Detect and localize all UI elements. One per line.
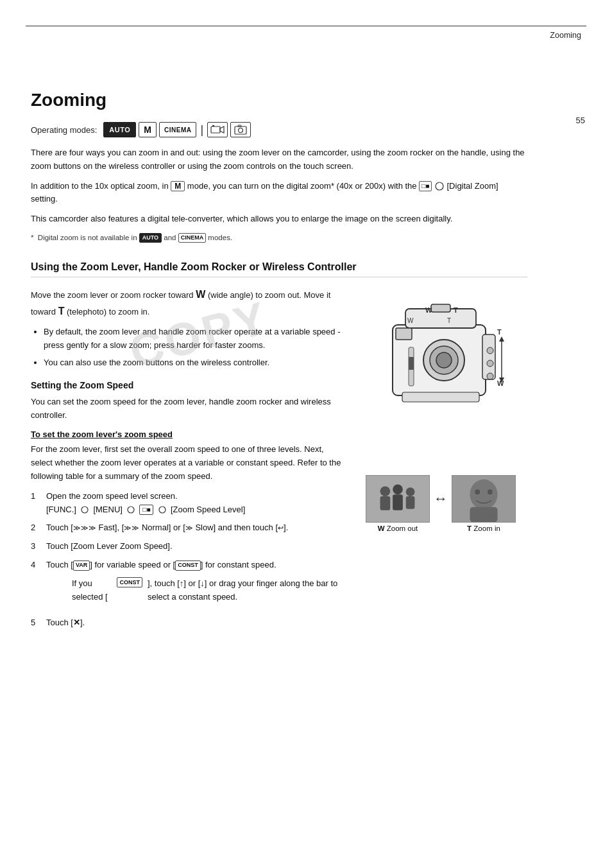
step-5-content: Touch [✕].: [46, 616, 85, 630]
page-title: Zooming: [31, 90, 527, 110]
intro-text-2: In addition to the 10x optical zoom, in …: [31, 180, 527, 207]
page-number: 55: [576, 116, 585, 125]
svg-rect-2: [212, 125, 214, 126]
svg-point-44: [488, 490, 493, 495]
step-4-sub-1: If you selected [CONST], touch [↑] or [↓…: [72, 577, 341, 604]
header-section-title: Zooming: [550, 31, 581, 40]
svg-point-43: [475, 490, 480, 495]
text-column: Move the zoom lever or zoom rocker towar…: [31, 286, 341, 635]
step-4: 4 Touch [VAR] for variable speed or [CON…: [31, 559, 341, 611]
svg-rect-20: [402, 392, 479, 402]
zoom-out-label: W Zoom out: [378, 525, 418, 532]
svg-text:T: T: [497, 328, 502, 336]
zoom-in-label: T Zoom in: [467, 525, 500, 532]
mode-divider: |: [200, 123, 203, 137]
svg-rect-35: [380, 496, 391, 510]
svg-rect-27: [409, 357, 414, 370]
svg-point-34: [380, 487, 391, 497]
camera-mode-badge: [230, 122, 251, 137]
zoom-photos-row: W Zoom out ↔: [366, 475, 516, 532]
step-3-content: Touch [Zoom Lever Zoom Speed].: [46, 540, 173, 553]
section-title: Using the Zoom Lever, Handle Zoom Rocker…: [31, 261, 527, 277]
zoom-out-photo-item: W Zoom out: [366, 475, 430, 532]
step-5: 5 Touch [✕].: [31, 616, 341, 630]
svg-rect-19: [482, 334, 495, 379]
zoom-speed-intro: You can set the zoom speed for the zoom …: [31, 395, 341, 422]
two-col-layout: Move the zoom lever or zoom rocker towar…: [31, 286, 527, 635]
svg-point-30: [487, 373, 493, 379]
step-4-subbullet: If you selected [CONST], touch [↑] or [↓…: [59, 577, 341, 604]
zoom-in-photo: [452, 475, 516, 523]
svg-point-36: [393, 485, 403, 495]
svg-rect-39: [406, 496, 415, 509]
step-2: 2 Touch [≫≫≫ Fast], [≫≫ Normal] or [≫ Sl…: [31, 521, 341, 535]
m-mode-badge: M: [139, 122, 157, 137]
svg-rect-42: [470, 507, 497, 523]
zoom-speed-desc: For the zoom lever, first set the overal…: [31, 443, 341, 483]
top-rule: [26, 26, 586, 26]
step-3: 3 Touch [Zoom Lever Zoom Speed].: [31, 540, 341, 553]
page-content: Zooming Operating modes: AUTO M CINEMA |: [0, 0, 558, 661]
svg-point-6: [436, 182, 443, 190]
svg-text:T: T: [454, 306, 458, 314]
step-5-num: 5: [31, 616, 41, 630]
svg-rect-5: [238, 125, 241, 127]
camcorder-mode-badge: [207, 122, 228, 137]
camcorder-illustration: W T T W: [357, 286, 524, 466]
step-4-num: 4: [31, 559, 41, 611]
step-4-content: Touch [VAR] for variable speed or [CONST…: [46, 559, 341, 611]
svg-point-29: [487, 360, 493, 367]
svg-rect-15: [431, 304, 450, 312]
zoom-bullet-1: By default, the zoom lever and handle zo…: [44, 326, 341, 352]
svg-marker-24: [499, 336, 504, 342]
svg-text:T: T: [447, 317, 451, 324]
svg-text:W: W: [407, 317, 414, 324]
svg-point-9: [159, 507, 166, 513]
intro-text-3: This camcorder also features a digital t…: [31, 213, 527, 226]
zoom-instruction-text: Move the zoom lever or zoom rocker towar…: [31, 286, 341, 319]
step-1-content: Open the zoom speed level screen. [FUNC.…: [46, 490, 245, 517]
svg-point-28: [487, 347, 493, 354]
subsubsection-title: To set the zoom lever's zoom speed: [31, 430, 341, 439]
steps-list: 1 Open the zoom speed level screen. [FUN…: [31, 490, 341, 630]
zoom-bullet-2: You can also use the zoom buttons on the…: [44, 356, 341, 370]
step-1-num: 1: [31, 490, 41, 517]
zoom-photos-wrapper: W Zoom out ↔: [366, 475, 516, 532]
svg-rect-18: [396, 328, 412, 340]
zoom-in-photo-item: T Zoom in: [452, 475, 516, 532]
step-2-num: 2: [31, 521, 41, 535]
svg-rect-37: [393, 494, 403, 510]
page-container: Zooming 55 COPY Zooming Operating modes:…: [0, 0, 612, 868]
zoom-bullets: By default, the zoom lever and handle zo…: [31, 326, 341, 369]
svg-point-13: [436, 352, 452, 368]
svg-point-41: [470, 480, 497, 510]
footnote-text: * Digital zoom is not available in AUTO …: [31, 232, 527, 243]
image-column: W T T W: [354, 286, 527, 635]
zoom-out-photo: [366, 475, 430, 523]
svg-marker-1: [220, 126, 224, 133]
svg-point-7: [81, 507, 88, 513]
svg-rect-3: [235, 126, 246, 134]
subsection-title: Setting the Zoom Speed: [31, 380, 341, 390]
svg-rect-0: [211, 126, 220, 133]
svg-point-4: [239, 128, 243, 133]
operating-modes-label: Operating modes:: [31, 125, 97, 135]
step-3-num: 3: [31, 540, 41, 553]
zoom-arrow: ↔: [434, 490, 448, 507]
intro-text-1: There are four ways you can zoom in and …: [31, 146, 527, 173]
step-1-func: [FUNC.] [MENU] □■ [Zoom Speed Level]: [46, 505, 245, 514]
step-2-content: Touch [≫≫≫ Fast], [≫≫ Normal] or [≫ Slow…: [46, 521, 288, 535]
svg-point-38: [406, 488, 415, 497]
auto-mode-badge: AUTO: [103, 122, 136, 137]
svg-point-8: [128, 507, 134, 513]
svg-text:W: W: [425, 306, 432, 314]
cinema-mode-badge: CINEMA: [159, 122, 196, 137]
step-1: 1 Open the zoom speed level screen. [FUN…: [31, 490, 341, 517]
operating-modes: Operating modes: AUTO M CINEMA |: [31, 122, 527, 137]
